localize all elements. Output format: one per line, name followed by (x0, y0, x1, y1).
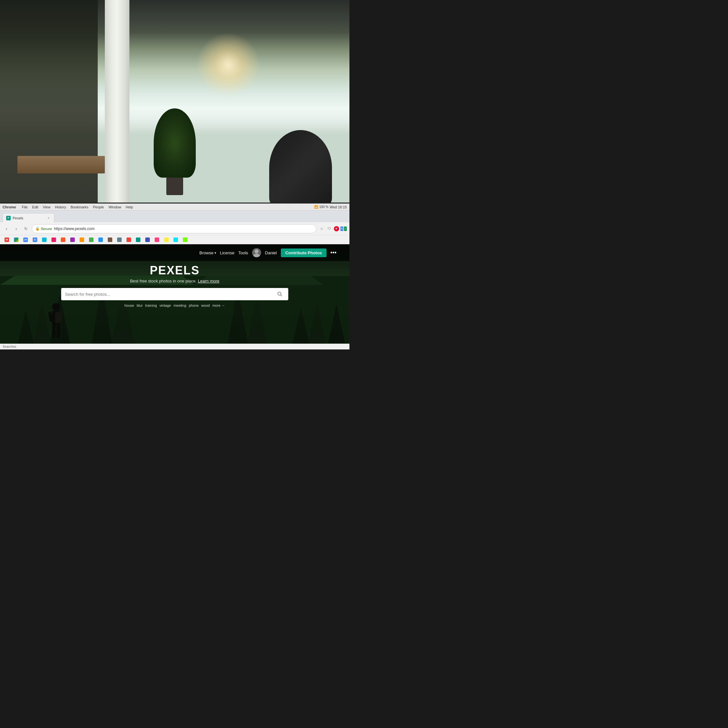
status-text: Searches (3, 345, 16, 349)
address-bar-row: ‹ › ↻ 🔒 Secure https://www.pexels.com ☆ … (0, 222, 349, 235)
tab-bar: P Pexels × (0, 211, 349, 222)
svg-rect-18 (52, 324, 55, 338)
svg-rect-19 (57, 324, 60, 338)
menu-help[interactable]: Help (126, 205, 133, 209)
menu-bar-left: Chrome File Edit View History Bookmarks … (3, 205, 310, 209)
menu-people[interactable]: People (93, 205, 104, 209)
suggestion-house[interactable]: house (124, 303, 134, 307)
svg-line-24 (281, 295, 282, 297)
tab-close-button[interactable]: × (46, 216, 51, 220)
website-content: Browse License Tools Daniel (0, 244, 349, 349)
suggestion-meeting[interactable]: meeting (173, 303, 186, 307)
url-display[interactable]: https://www.pexels.com (54, 226, 95, 231)
svg-point-21 (255, 249, 258, 253)
tools-link[interactable]: Tools (238, 251, 248, 255)
tab-title: Pexels (12, 216, 44, 220)
search-submit-button[interactable] (275, 290, 284, 299)
address-right-icons: ☆ 🛡 P G ✓ (318, 225, 347, 232)
bookmark-14[interactable] (143, 236, 152, 243)
suggestion-phone[interactable]: phone (189, 303, 199, 307)
suggestion-blur[interactable]: blur (136, 303, 142, 307)
system-icons: 📶 100 % Wed 16:15 (314, 205, 347, 209)
menu-file[interactable]: File (22, 205, 28, 209)
site-title: PEXELS (150, 264, 200, 277)
pexels-nav-bar: Browse License Tools Daniel (0, 244, 349, 261)
menu-bar-right: 📶 100 % Wed 16:15 (314, 205, 347, 209)
menu-window[interactable]: Window (109, 205, 121, 209)
reload-button[interactable]: ↻ (22, 225, 30, 232)
bookmark-drive[interactable] (12, 236, 20, 243)
bookmark-cal1[interactable]: 20 (21, 236, 30, 243)
screen-container: Chrome File Edit View History Bookmarks … (0, 203, 349, 349)
menu-edit[interactable]: Edit (32, 205, 38, 209)
browser-frame: Chrome File Edit View History Bookmarks … (0, 203, 349, 349)
nav-right: Browse License Tools Daniel (199, 248, 336, 257)
user-avatar[interactable] (252, 248, 261, 257)
search-input[interactable] (65, 292, 273, 297)
learn-more-link[interactable]: Learn more (198, 278, 219, 283)
suggestion-training[interactable]: training (145, 303, 157, 307)
bookmark-6[interactable] (68, 236, 77, 243)
bookmark-gmail[interactable]: M (3, 236, 11, 243)
svg-rect-17 (55, 312, 61, 323)
back-button[interactable]: ‹ (3, 225, 10, 232)
status-bar: Searches (0, 344, 349, 349)
user-name: Daniel (265, 251, 277, 255)
bookmark-8[interactable] (87, 236, 95, 243)
menu-view[interactable]: View (43, 205, 50, 209)
suggestion-vintage[interactable]: vintage (159, 303, 171, 307)
bookmark-cal2[interactable]: 21 (31, 236, 39, 243)
extensions-area[interactable]: G ✓ (340, 225, 347, 232)
secure-badge: 🔒 Secure (35, 226, 52, 231)
menu-bookmarks[interactable]: Bookmarks (70, 205, 88, 209)
bookmark-10[interactable] (106, 236, 114, 243)
bookmark-13[interactable] (134, 236, 142, 243)
site-tagline: Best free stock photos in one place. Lea… (130, 278, 219, 283)
wifi-icon: 📶 (314, 205, 318, 209)
shield-icon[interactable]: 🛡 (326, 225, 333, 232)
pinterest-icon[interactable]: P (334, 226, 339, 231)
more-options-button[interactable]: ••• (330, 249, 336, 256)
bookmark-bar: M 20 21 (0, 235, 349, 244)
lock-icon: 🔒 (35, 226, 40, 231)
svg-point-22 (253, 254, 260, 257)
bookmark-11[interactable] (115, 236, 124, 243)
bookmark-16[interactable] (162, 236, 171, 243)
bookmark-17[interactable] (171, 236, 180, 243)
bookmark-15[interactable] (153, 236, 161, 243)
bookmark-7[interactable] (78, 236, 86, 243)
search-suggestions: house blur training vintage meeting phon… (124, 303, 225, 307)
pexels-hero: Browse License Tools Daniel (0, 244, 349, 349)
person-silhouette (42, 302, 70, 349)
app-name: Chrome (3, 205, 16, 209)
bookmark-9[interactable] (96, 236, 105, 243)
bookmark-12[interactable] (125, 236, 133, 243)
license-link[interactable]: License (220, 251, 235, 255)
browser-tab-pexels[interactable]: P Pexels × (3, 213, 54, 222)
forward-button[interactable]: › (12, 225, 20, 232)
address-box[interactable]: 🔒 Secure https://www.pexels.com (32, 224, 317, 233)
background-photo (0, 0, 349, 217)
bookmark-5[interactable] (59, 236, 67, 243)
bookmark-4[interactable] (49, 236, 58, 243)
menu-bar: Chrome File Edit View History Bookmarks … (0, 203, 349, 211)
browse-button[interactable]: Browse (199, 251, 216, 255)
menu-history[interactable]: History (55, 205, 66, 209)
more-suggestions[interactable]: more → (212, 303, 225, 307)
secure-label: Secure (41, 227, 52, 231)
bookmark-3[interactable] (40, 236, 49, 243)
suggestion-wood[interactable]: wood (201, 303, 210, 307)
search-bar[interactable] (61, 288, 288, 300)
clock: Wed 16:15 (330, 205, 347, 209)
bookmark-18[interactable] (181, 236, 189, 243)
search-icon (277, 292, 283, 297)
battery-label: 100 % (320, 205, 329, 209)
contribute-photos-button[interactable]: Contribute Photos (281, 248, 326, 257)
bookmark-star-icon[interactable]: ☆ (318, 225, 325, 232)
tab-favicon: P (6, 216, 11, 220)
pexels-nav: Browse License Tools Daniel (6, 248, 343, 257)
